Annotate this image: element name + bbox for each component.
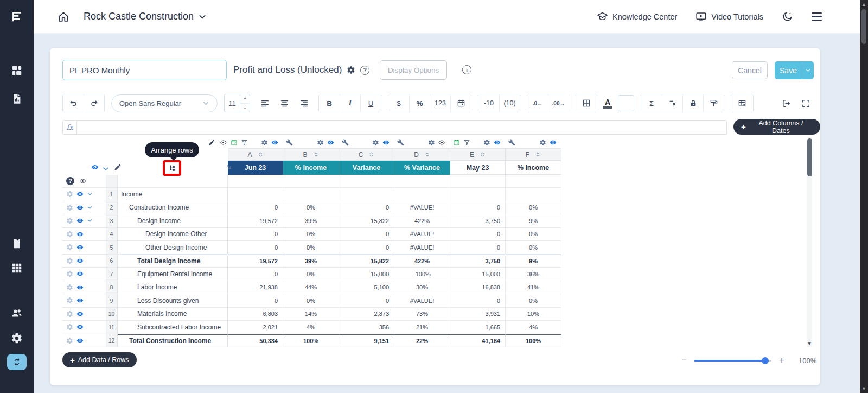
number-format-button[interactable]: 123 bbox=[430, 94, 450, 112]
row-label[interactable]: Materials Income bbox=[118, 308, 228, 321]
calendar-icon[interactable] bbox=[231, 139, 238, 146]
cell[interactable] bbox=[394, 175, 450, 187]
sort-icon[interactable] bbox=[313, 151, 319, 157]
hamburger-menu[interactable] bbox=[812, 12, 822, 21]
row-label[interactable]: Total Construction Income bbox=[118, 334, 228, 348]
borders-icon[interactable] bbox=[576, 94, 597, 112]
gear-icon[interactable] bbox=[66, 270, 73, 277]
funnel-icon[interactable] bbox=[463, 139, 470, 146]
cell[interactable]: 422% bbox=[394, 214, 450, 228]
eye-icon[interactable] bbox=[91, 163, 99, 171]
font-select[interactable]: Open Sans Regular bbox=[111, 94, 218, 112]
export-icon[interactable] bbox=[778, 94, 794, 112]
cell[interactable]: 0% bbox=[283, 268, 339, 281]
column-header-D[interactable]: % Variance bbox=[394, 161, 450, 175]
cell[interactable]: -15,000 bbox=[339, 268, 394, 281]
gear-icon[interactable] bbox=[347, 66, 355, 74]
column-header-B[interactable]: % Income bbox=[283, 161, 339, 175]
arrow-diagonal-icon[interactable] bbox=[225, 163, 233, 171]
cell[interactable]: 5,100 bbox=[339, 281, 394, 295]
cell[interactable] bbox=[394, 188, 450, 201]
cell[interactable]: 0% bbox=[506, 241, 561, 255]
question-icon[interactable]: ? bbox=[66, 177, 74, 185]
clear-formatting-icon[interactable] bbox=[662, 94, 682, 112]
lock-icon[interactable] bbox=[682, 94, 703, 112]
eye-icon[interactable] bbox=[76, 337, 84, 344]
sort-icon[interactable] bbox=[424, 151, 430, 157]
save-button[interactable]: Save bbox=[775, 61, 814, 79]
eye-icon[interactable] bbox=[271, 139, 278, 146]
cell[interactable] bbox=[339, 175, 394, 187]
cell[interactable]: 0 bbox=[450, 228, 506, 242]
formula-input[interactable] bbox=[77, 120, 727, 135]
cell[interactable]: 0 bbox=[339, 228, 394, 242]
cell[interactable]: #VALUE! bbox=[394, 228, 450, 242]
gear-icon[interactable] bbox=[66, 257, 73, 264]
cell[interactable]: #VALUE! bbox=[394, 241, 450, 255]
zoom-in-icon[interactable]: + bbox=[777, 355, 787, 366]
pencil-icon[interactable] bbox=[208, 139, 215, 146]
cell[interactable] bbox=[450, 175, 506, 187]
gear-icon[interactable] bbox=[66, 217, 73, 224]
column-header-E[interactable]: May 23 bbox=[450, 161, 506, 175]
cell[interactable]: 2,021 bbox=[228, 321, 283, 334]
cell[interactable]: 3,750 bbox=[450, 214, 506, 228]
column-letter-B[interactable]: B bbox=[283, 148, 339, 161]
cell[interactable] bbox=[339, 188, 394, 201]
row-label[interactable]: Subcontracted Labor Income bbox=[118, 321, 228, 334]
eye-icon[interactable] bbox=[76, 324, 84, 331]
eye-icon[interactable] bbox=[76, 284, 84, 291]
eye-icon[interactable] bbox=[76, 310, 84, 318]
cell[interactable]: 6,803 bbox=[228, 308, 283, 321]
align-right-icon[interactable] bbox=[296, 94, 312, 112]
parentheses-format-button[interactable]: (10) bbox=[499, 94, 520, 112]
cell[interactable]: 0% bbox=[283, 201, 339, 215]
column-header-A[interactable]: Jun 23 bbox=[228, 161, 283, 175]
gear-icon[interactable] bbox=[261, 139, 268, 146]
wrench-icon[interactable] bbox=[286, 139, 293, 146]
cell[interactable]: 0 bbox=[339, 241, 394, 255]
dark-mode-toggle[interactable] bbox=[782, 11, 793, 22]
cell[interactable]: 3,931 bbox=[450, 308, 506, 321]
cell[interactable]: 21,938 bbox=[228, 281, 283, 295]
cell[interactable] bbox=[228, 175, 283, 187]
report-name-input[interactable] bbox=[62, 60, 227, 80]
row-label[interactable]: Other Design Income bbox=[118, 241, 228, 255]
cell[interactable]: 15,822 bbox=[339, 214, 394, 228]
row-label[interactable]: Less Discounts given bbox=[118, 294, 228, 308]
cell[interactable]: 0 bbox=[228, 228, 283, 242]
cell[interactable]: 0 bbox=[228, 241, 283, 255]
eye-icon[interactable] bbox=[76, 244, 84, 251]
eye-icon[interactable] bbox=[76, 270, 84, 277]
cell[interactable]: 22% bbox=[394, 334, 450, 348]
align-left-icon[interactable] bbox=[257, 94, 273, 112]
cell[interactable] bbox=[228, 188, 283, 201]
cell[interactable]: #VALUE! bbox=[394, 294, 450, 308]
cell[interactable]: 4% bbox=[283, 321, 339, 334]
eye-icon[interactable] bbox=[327, 139, 334, 146]
gear-icon[interactable] bbox=[317, 139, 324, 146]
font-size-control[interactable]: 11 + - bbox=[224, 94, 250, 112]
cell[interactable]: 19,572 bbox=[228, 214, 283, 228]
sidebar-item-reports[interactable] bbox=[0, 90, 34, 108]
sidebar-item-templates[interactable] bbox=[0, 259, 34, 277]
save-dropdown[interactable] bbox=[802, 61, 814, 79]
cell[interactable] bbox=[450, 188, 506, 201]
cell[interactable]: 0 bbox=[228, 201, 283, 215]
percent-format-button[interactable]: % bbox=[409, 94, 430, 112]
cell[interactable]: 73% bbox=[394, 308, 450, 321]
row-label[interactable]: Construction Income bbox=[118, 201, 228, 215]
cell[interactable]: 0 bbox=[228, 268, 283, 281]
column-letter-F[interactable]: F bbox=[506, 148, 561, 161]
cell[interactable]: 100% bbox=[506, 334, 561, 348]
chevron-down-icon[interactable] bbox=[87, 205, 93, 211]
font-size-value[interactable]: 11 bbox=[224, 94, 240, 112]
underline-button[interactable]: U bbox=[360, 94, 381, 112]
cell[interactable]: 0 bbox=[228, 294, 283, 308]
cell[interactable]: 15,000 bbox=[450, 268, 506, 281]
cell[interactable]: 0 bbox=[450, 241, 506, 255]
app-logo-icon[interactable] bbox=[0, 0, 34, 34]
size-increase-icon[interactable]: + bbox=[240, 94, 250, 103]
cell[interactable]: 3,750 bbox=[450, 255, 506, 268]
cell[interactable]: 0 bbox=[339, 201, 394, 215]
